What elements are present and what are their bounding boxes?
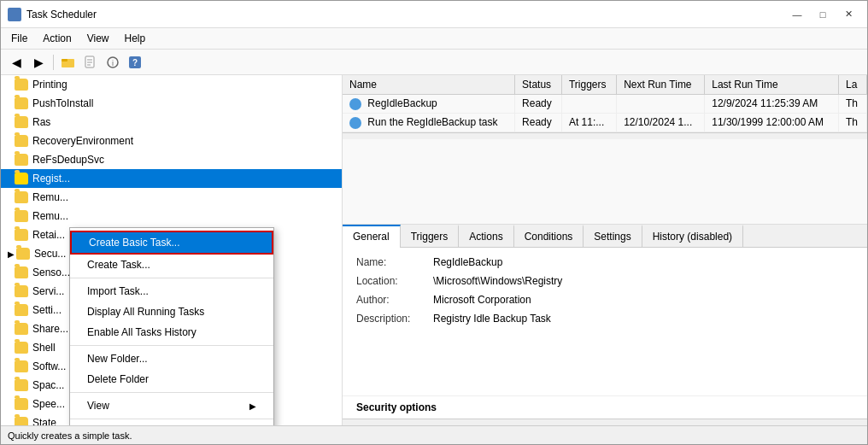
menu-action[interactable]: Action [36, 30, 78, 47]
ctx-refresh[interactable]: Refresh [70, 422, 273, 425]
detail-name-label: Name: [356, 256, 433, 268]
sidebar-item-label: Senso... [32, 266, 70, 278]
sidebar-item-label: ReFsDedup​Svc [32, 154, 104, 166]
toolbar-separator-1 [53, 55, 54, 70]
status-text: Quickly creates a simple task. [8, 430, 132, 441]
ctx-new-folder[interactable]: New Folder... [70, 348, 273, 369]
sidebar-item-label: Regist... [32, 173, 70, 184]
sidebar-item-pushtoinstall[interactable]: PushToInstall [1, 94, 342, 113]
col-next-run[interactable]: Next Run Time [617, 75, 705, 95]
new-document-button[interactable] [80, 52, 101, 73]
task-status-cell: Ready [515, 95, 562, 114]
close-button[interactable]: ✕ [836, 6, 860, 23]
sidebar-item-label: Spee... [32, 398, 65, 410]
status-bar: Quickly creates a simple task. [1, 425, 867, 444]
task-name: Run the RegIdleBackup task [367, 116, 497, 128]
maximize-button[interactable]: □ [811, 6, 835, 23]
folder-icon [15, 97, 28, 109]
task-icon [349, 98, 361, 110]
tab-general[interactable]: General [343, 225, 401, 248]
folder-icon [15, 304, 28, 316]
sidebar[interactable]: Printing PushToInstall Ras RecoveryEnvir… [1, 75, 343, 425]
task-list-scrollbar[interactable] [343, 132, 867, 139]
svg-text:?: ? [132, 58, 138, 67]
col-triggers[interactable]: Triggers [561, 75, 616, 95]
sidebar-item-remu2[interactable]: Remu... [1, 207, 342, 225]
ctx-view[interactable]: View ▶ [70, 395, 273, 416]
menu-help[interactable]: Help [118, 30, 153, 47]
task-last-run-cell: 11/30/1999 12:00:00 AM [705, 113, 839, 132]
security-section: Security options [343, 395, 867, 419]
ctx-display-running-label: Display All Running Tasks [87, 306, 204, 318]
col-last-run[interactable]: Last Run Time [705, 75, 839, 95]
task-name-cell: RegIdleBackup [343, 95, 515, 114]
tab-history[interactable]: History (disabled) [642, 225, 743, 247]
sidebar-item-registry[interactable]: Regist... [1, 169, 342, 188]
task-name-cell: Run the RegIdleBackup task [343, 113, 515, 132]
back-button[interactable]: ◀ [6, 52, 26, 73]
tab-actions[interactable]: Actions [459, 225, 513, 247]
app-icon [8, 8, 21, 21]
main-area: Printing PushToInstall Ras RecoveryEnvir… [1, 75, 867, 425]
detail-panel-scrollbar[interactable] [343, 419, 867, 425]
col-status[interactable]: Status [515, 75, 562, 95]
sidebar-item-recoveryenvironment[interactable]: RecoveryEnvironment [1, 132, 342, 150]
sidebar-item-label: State [32, 417, 56, 425]
main-window: Task Scheduler — □ ✕ File Action View He… [0, 0, 868, 445]
sidebar-item-ras[interactable]: Ras [1, 113, 342, 132]
minimize-button[interactable]: — [785, 6, 809, 23]
forward-button[interactable]: ▶ [28, 52, 49, 73]
col-name[interactable]: Name [343, 75, 515, 95]
ctx-enable-history-label: Enable All Tasks History [87, 326, 196, 338]
sidebar-item-label: Remu... [32, 191, 68, 203]
task-la-cell: Th [839, 113, 867, 132]
ctx-create-basic-task[interactable]: Create Basic Task... [70, 231, 273, 255]
ctx-separator-1 [70, 278, 273, 278]
sidebar-item-label: Shell [32, 342, 56, 354]
task-triggers-cell [561, 95, 616, 114]
sidebar-item-label: Secu... [34, 248, 66, 260]
open-folder-button[interactable] [58, 52, 79, 73]
ctx-display-running[interactable]: Display All Running Tasks [70, 302, 273, 322]
sidebar-item-printing[interactable]: Printing [1, 75, 342, 94]
help-button[interactable]: ? [125, 52, 145, 73]
sidebar-item-label: Ras [32, 116, 50, 128]
table-row[interactable]: RegIdleBackup Ready 12/9/2024 11:25:39 A… [343, 95, 867, 114]
sidebar-item-label: Share... [32, 323, 68, 335]
menu-file[interactable]: File [4, 30, 34, 47]
folder-icon [15, 79, 28, 91]
ctx-delete-folder[interactable]: Delete Folder [70, 369, 273, 389]
folder-icon [15, 379, 28, 391]
ctx-create-basic-task-label: Create Basic Task... [89, 237, 180, 249]
ctx-import-task-label: Import Task... [87, 285, 149, 297]
table-row[interactable]: Run the RegIdleBackup task Ready At 11:.… [343, 113, 867, 132]
ctx-import-task[interactable]: Import Task... [70, 281, 273, 302]
folder-icon [15, 323, 28, 335]
ctx-separator-2 [70, 345, 273, 346]
ctx-enable-history[interactable]: Enable All Tasks History [70, 322, 273, 343]
detail-author-label: Author: [356, 294, 433, 306]
col-la[interactable]: La [839, 75, 867, 95]
sidebar-item-refsdedupsvc[interactable]: ReFsDedup​Svc [1, 150, 342, 169]
menu-view[interactable]: View [80, 30, 116, 47]
sidebar-item-label: Softw... [32, 360, 66, 372]
tab-settings[interactable]: Settings [584, 225, 642, 247]
properties-button[interactable]: i [103, 52, 123, 73]
detail-location-row: Location: \Microsoft\Windows\Registry [356, 275, 853, 287]
task-status-cell: Ready [515, 113, 562, 132]
tabs-bar: General Triggers Actions Conditions Sett… [343, 225, 867, 248]
folder-icon [15, 285, 28, 297]
sidebar-item-label: Servi... [32, 285, 64, 297]
ctx-separator-4 [70, 419, 273, 419]
detail-description-row: Description: Registry Idle Backup Task [356, 313, 853, 325]
folder-icon [16, 248, 30, 260]
detail-panel: General Triggers Actions Conditions Sett… [343, 225, 867, 425]
svg-text:i: i [112, 59, 114, 67]
folder-icon [15, 417, 28, 425]
tab-triggers[interactable]: Triggers [401, 225, 460, 247]
tab-conditions[interactable]: Conditions [514, 225, 584, 247]
ctx-create-task[interactable]: Create Task... [70, 255, 273, 275]
folder-icon [15, 135, 28, 147]
task-last-run-cell: 12/9/2024 11:25:39 AM [705, 95, 839, 114]
sidebar-item-remu1[interactable]: Remu... [1, 188, 342, 207]
